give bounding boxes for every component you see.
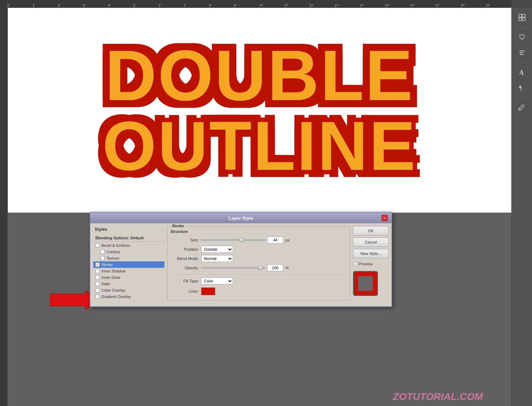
color-label: Color:	[170, 289, 199, 293]
tool-icon-3[interactable]	[515, 46, 529, 59]
tool-icon-2[interactable]	[515, 30, 529, 44]
svg-point-10	[519, 109, 520, 110]
gradient-overlay-checkbox[interactable]	[95, 295, 100, 299]
color-overlay-checkbox[interactable]	[95, 288, 100, 292]
preview-swatch	[353, 271, 378, 296]
buttons-panel: OK Cancel New Style... Preview	[353, 226, 389, 303]
size-slider-thumb[interactable]	[239, 238, 244, 242]
svg-rect-2	[519, 18, 522, 21]
structure-subtitle: Structure	[170, 229, 347, 234]
svg-text:¶: ¶	[519, 85, 522, 92]
stroke-checkbox[interactable]	[95, 262, 100, 267]
canvas-area: DOUBLE OUTLINE ZOTUTORIAL.COM Layer Styl…	[8, 8, 511, 406]
contour-label: Contour	[106, 250, 120, 254]
dialog-close-button[interactable]: ×	[381, 215, 388, 221]
style-item-bevel[interactable]: Bevel & Emboss	[93, 242, 164, 249]
size-unit: px	[285, 238, 290, 242]
red-arrow	[50, 290, 93, 308]
contour-checkbox[interactable]	[100, 250, 105, 254]
preview-row: Preview	[353, 262, 389, 266]
bevel-label: Bevel & Emboss	[101, 243, 130, 248]
fill-type-row: Fill Type: Color Gradient Pattern	[170, 274, 347, 285]
toolbar-divider-1	[517, 27, 527, 27]
toolbar-divider-3	[517, 98, 527, 98]
wrench-icon[interactable]	[515, 101, 529, 114]
opacity-unit: %	[285, 266, 289, 270]
preview-swatch-inner	[358, 276, 373, 291]
canvas-text-line2: OUTLINE	[8, 111, 511, 181]
layer-style-dialog: Layer Style × Styles Blending Options: D…	[90, 212, 392, 307]
canvas-text: DOUBLE OUTLINE	[8, 40, 511, 181]
satin-checkbox[interactable]	[95, 282, 100, 286]
styles-panel: Styles Blending Options: Default Bevel &…	[93, 226, 164, 303]
cancel-button[interactable]: Cancel	[353, 238, 389, 247]
stroke-settings-group: Stroke Structure Size: px Position:	[167, 226, 350, 301]
opacity-label: Opacity:	[170, 266, 199, 270]
size-slider[interactable]	[201, 239, 265, 241]
paragraph-tool-icon[interactable]: ¶	[515, 81, 529, 95]
opacity-slider[interactable]	[201, 267, 265, 269]
svg-text:A: A	[519, 69, 524, 76]
style-item-satin[interactable]: Satin	[93, 281, 164, 287]
position-label: Position:	[170, 247, 199, 251]
blending-options-item[interactable]: Blending Options: Default	[93, 235, 164, 241]
svg-rect-3	[522, 18, 525, 21]
inner-glow-label: Inner Glow	[101, 275, 120, 280]
stroke-label: Stroke	[101, 262, 113, 267]
ok-button[interactable]: OK	[353, 226, 389, 235]
stroke-group-title: Stroke	[170, 224, 185, 228]
preview-label: Preview	[359, 262, 373, 266]
position-row: Position: Outside Inside Center	[170, 246, 347, 253]
preview-checkbox[interactable]	[353, 262, 357, 266]
watermark: ZOTUTORIAL.COM	[393, 391, 483, 402]
size-label: Size:	[170, 238, 199, 242]
styles-panel-title: Styles	[93, 226, 164, 233]
right-toolbar: A ¶	[511, 8, 532, 406]
color-row: Color:	[170, 287, 347, 295]
size-input[interactable]	[267, 236, 283, 244]
inner-glow-checkbox[interactable]	[95, 275, 100, 280]
color-overlay-label: Color Overlay	[101, 288, 125, 292]
type-tool-icon[interactable]: A	[515, 66, 529, 79]
inner-shadow-label: Inner Shadow	[101, 269, 126, 273]
style-item-contour[interactable]: Contour	[93, 249, 164, 255]
style-item-gradient-overlay[interactable]: Gradient Overlay	[93, 293, 164, 300]
opacity-input[interactable]	[267, 264, 283, 271]
texture-label: Texture	[106, 256, 119, 260]
dialog-body: Styles Blending Options: Default Bevel &…	[90, 223, 391, 306]
toolbar-divider-2	[517, 62, 527, 63]
position-dropdown[interactable]: Outside Inside Center	[201, 246, 233, 253]
texture-checkbox[interactable]	[100, 256, 105, 260]
style-item-color-overlay[interactable]: Color Overlay	[93, 287, 164, 293]
color-swatch[interactable]	[201, 287, 215, 295]
canvas-text-line1: DOUBLE	[8, 40, 511, 111]
inner-shadow-checkbox[interactable]	[95, 269, 100, 273]
opacity-slider-thumb[interactable]	[258, 266, 263, 270]
fill-type-dropdown[interactable]: Color Gradient Pattern	[201, 277, 233, 285]
satin-label: Satin	[101, 282, 110, 286]
fill-type-label: Fill Type:	[170, 279, 199, 283]
new-style-button[interactable]: New Style...	[353, 249, 389, 258]
dialog-title: Layer Style	[100, 215, 381, 221]
ruler-top: 01234567891011121314151617181920	[8, 0, 511, 8]
style-item-inner-shadow[interactable]: Inner Shadow	[93, 268, 164, 274]
canvas-content: DOUBLE OUTLINE	[8, 8, 511, 213]
blend-mode-label: Blend Mode:	[170, 256, 199, 261]
size-row: Size: px	[170, 236, 347, 244]
blend-mode-dropdown[interactable]: Normal Dissolve Multiply	[201, 255, 233, 262]
blend-mode-row: Blend Mode: Normal Dissolve Multiply	[170, 255, 347, 262]
svg-rect-0	[519, 14, 522, 17]
style-item-inner-glow[interactable]: Inner Glow	[93, 274, 164, 281]
dialog-titlebar: Layer Style ×	[90, 213, 391, 223]
svg-rect-1	[522, 14, 525, 17]
style-item-texture[interactable]: Texture	[93, 255, 164, 261]
style-item-stroke[interactable]: Stroke	[93, 261, 164, 268]
gradient-overlay-label: Gradient Overlay	[101, 295, 131, 299]
tool-icon-1[interactable]	[515, 11, 529, 24]
bevel-checkbox[interactable]	[95, 243, 100, 248]
opacity-row: Opacity: %	[170, 264, 347, 271]
ruler-left	[0, 0, 8, 406]
settings-panel: Stroke Structure Size: px Position:	[167, 226, 350, 303]
